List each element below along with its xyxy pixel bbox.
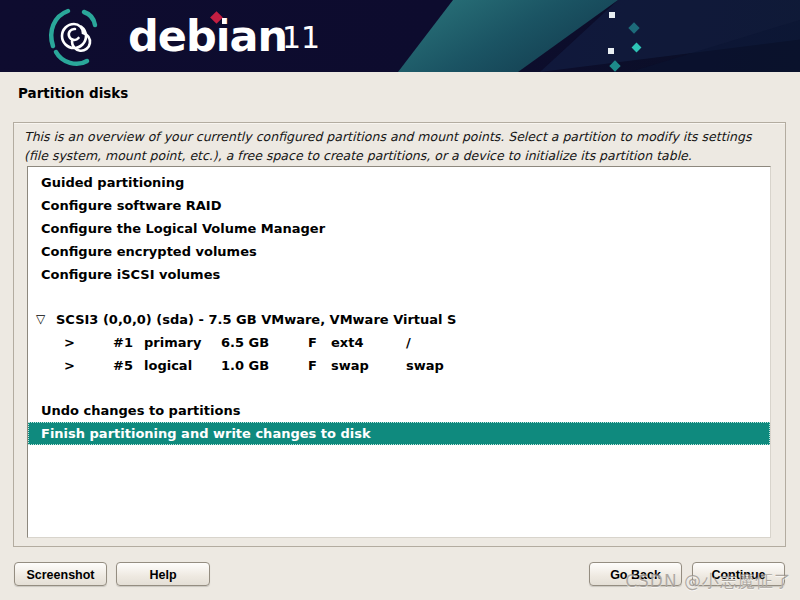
- screenshot-button[interactable]: Screenshot: [14, 562, 107, 586]
- partition-filesystem: ext4: [331, 331, 363, 354]
- page-title: Partition disks: [18, 85, 128, 101]
- installer-window: debian 11 Partition disks This is an ove…: [0, 0, 800, 600]
- partition-type: logical: [144, 354, 192, 377]
- partition-marker-icon: >: [64, 354, 75, 377]
- list-spacer: [28, 286, 770, 308]
- list-item-finish-partitioning[interactable]: Finish partitioning and write changes to…: [28, 422, 770, 445]
- list-item-configure-iscsi[interactable]: Configure iSCSI volumes: [28, 263, 770, 286]
- list-item-guided-partitioning[interactable]: Guided partitioning: [28, 171, 770, 194]
- deco-square: [608, 48, 614, 54]
- deco-square: [609, 12, 615, 18]
- panel-description: This is an overview of your currently co…: [24, 127, 775, 166]
- partition-list: Guided partitioning Configure software R…: [27, 166, 771, 538]
- partition-number: #5: [113, 354, 133, 377]
- partition-number: #1: [113, 331, 133, 354]
- partition-size: 1.0 GB: [221, 354, 269, 377]
- list-item-configure-encrypted[interactable]: Configure encrypted volumes: [28, 240, 770, 263]
- brand-name: debian: [128, 11, 287, 61]
- list-spacer: [28, 377, 770, 399]
- partition-panel: This is an overview of your currently co…: [13, 122, 786, 547]
- partition-filesystem: swap: [331, 354, 369, 377]
- continue-button[interactable]: Continue: [692, 562, 785, 586]
- expander-triangle-icon[interactable]: ▽: [36, 308, 45, 331]
- list-item-undo-changes[interactable]: Undo changes to partitions: [28, 399, 770, 422]
- partition-mountpoint: /: [406, 331, 411, 354]
- partition-row-1[interactable]: > #1 primary 6.5 GB F ext4 /: [28, 331, 770, 354]
- partition-marker-icon: >: [64, 331, 75, 354]
- partition-size: 6.5 GB: [221, 331, 269, 354]
- go-back-button[interactable]: Go Back: [589, 562, 682, 586]
- debian-swirl-icon: [42, 4, 104, 70]
- partition-flag: F: [308, 331, 317, 354]
- list-item-configure-lvm[interactable]: Configure the Logical Volume Manager: [28, 217, 770, 240]
- version-number: 11: [282, 16, 320, 60]
- partition-flag: F: [308, 354, 317, 377]
- disk-row[interactable]: ▽ SCSI3 (0,0,0) (sda) - 7.5 GB VMware, V…: [28, 308, 770, 331]
- partition-mountpoint: swap: [406, 354, 444, 377]
- help-button[interactable]: Help: [116, 562, 210, 586]
- header-banner: debian 11: [0, 0, 800, 72]
- partition-type: primary: [144, 331, 201, 354]
- list-item-configure-raid[interactable]: Configure software RAID: [28, 194, 770, 217]
- brand-logo-text: debian: [128, 8, 287, 64]
- disk-label: SCSI3 (0,0,0) (sda) - 7.5 GB VMware, VMw…: [56, 308, 456, 331]
- partition-row-5[interactable]: > #5 logical 1.0 GB F swap swap: [28, 354, 770, 377]
